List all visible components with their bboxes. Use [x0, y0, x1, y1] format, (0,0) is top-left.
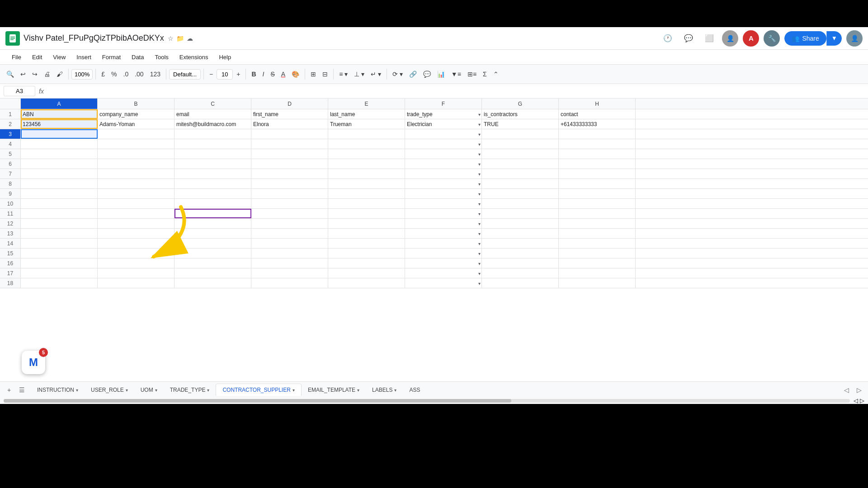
cell-b16[interactable] — [98, 258, 175, 268]
tab-contractor-supplier[interactable]: CONTRACTOR_SUPPLIER ▾ — [216, 384, 301, 396]
cell-d12[interactable] — [251, 219, 328, 228]
cell-b4[interactable] — [98, 139, 175, 149]
cell-h12[interactable] — [559, 219, 636, 228]
cell-f14[interactable]: ▾ — [405, 239, 482, 248]
tab-labels[interactable]: LABELS ▾ — [366, 384, 403, 396]
cell-f17[interactable]: ▾ — [405, 268, 482, 278]
cell-e13[interactable] — [328, 229, 405, 238]
col-header-b[interactable]: B — [98, 99, 175, 109]
cell-h7[interactable] — [559, 169, 636, 178]
cell-h2[interactable]: +61433333333 — [559, 119, 636, 129]
cell-a12[interactable] — [21, 219, 98, 228]
cell-d4[interactable] — [251, 139, 328, 149]
merge-btn[interactable]: ⊟ — [320, 69, 330, 80]
cell-c8[interactable] — [175, 179, 251, 188]
comments-icon[interactable]: 💬 — [680, 30, 697, 47]
cell-h14[interactable] — [559, 239, 636, 248]
cell-f18[interactable]: ▾ — [405, 278, 482, 288]
cell-g13[interactable] — [482, 229, 559, 238]
font-increase-btn[interactable]: + — [234, 69, 243, 80]
cell-b7[interactable] — [98, 169, 175, 178]
folder-icon[interactable]: 📁 — [176, 35, 184, 42]
cell-g12[interactable] — [482, 219, 559, 228]
cell-b3[interactable] — [98, 129, 175, 139]
cell-a7[interactable] — [21, 169, 98, 178]
cell-e1[interactable]: last_name — [328, 109, 405, 119]
cell-e18[interactable] — [328, 278, 405, 288]
cell-d7[interactable] — [251, 169, 328, 178]
cell-b17[interactable] — [98, 268, 175, 278]
cell-c4[interactable] — [175, 139, 251, 149]
sheet-list-btn[interactable]: ☰ — [16, 385, 27, 395]
cell-d17[interactable] — [251, 268, 328, 278]
cell-g15[interactable] — [482, 249, 559, 258]
cell-c18[interactable] — [175, 278, 251, 288]
cell-b13[interactable] — [98, 229, 175, 238]
cell-h15[interactable] — [559, 249, 636, 258]
cell-a18[interactable] — [21, 278, 98, 288]
cell-a15[interactable] — [21, 249, 98, 258]
menu-help[interactable]: Help — [214, 52, 236, 62]
cell-c11[interactable] — [175, 209, 251, 218]
cell-e16[interactable] — [328, 258, 405, 268]
zoom-selector[interactable]: 100% — [71, 69, 93, 80]
cell-f9[interactable]: ▾ — [405, 189, 482, 198]
cell-f4[interactable]: ▾ — [405, 139, 482, 149]
cell-h13[interactable] — [559, 229, 636, 238]
cell-b6[interactable] — [98, 159, 175, 169]
cell-d5[interactable] — [251, 149, 328, 159]
cell-a3[interactable] — [21, 129, 98, 139]
cell-b12[interactable] — [98, 219, 175, 228]
link-btn[interactable]: 🔗 — [406, 69, 420, 80]
italic-btn[interactable]: I — [260, 69, 267, 80]
tab-uom-arrow[interactable]: ▾ — [155, 388, 157, 393]
col-header-a[interactable]: A — [21, 99, 98, 109]
cell-e17[interactable] — [328, 268, 405, 278]
cell-e2[interactable]: Trueman — [328, 119, 405, 129]
cell-d3[interactable] — [251, 129, 328, 139]
cell-g16[interactable] — [482, 258, 559, 268]
cell-f5[interactable]: ▾ — [405, 149, 482, 159]
share-dropdown-arrow[interactable]: ▼ — [826, 31, 842, 46]
valign-btn[interactable]: ⊥ ▾ — [351, 69, 367, 80]
cloud-save-icon[interactable]: ☁ — [187, 35, 193, 42]
cell-c10[interactable] — [175, 199, 251, 208]
cell-c5[interactable] — [175, 149, 251, 159]
menu-data[interactable]: Data — [127, 52, 148, 62]
cell-h17[interactable] — [559, 268, 636, 278]
font-format-dropdown[interactable]: Default... — [169, 69, 201, 80]
cell-a11[interactable] — [21, 209, 98, 218]
undo-btn[interactable]: ↩ — [18, 69, 28, 80]
cell-reference-input[interactable]: A3 — [4, 86, 35, 96]
tab-email-template-arrow[interactable]: ▾ — [357, 388, 359, 393]
print-btn[interactable]: 🖨 — [41, 69, 53, 80]
cell-d10[interactable] — [251, 199, 328, 208]
text-rotate-btn[interactable]: ⟳ ▾ — [390, 69, 406, 80]
paint-format-btn[interactable]: 🖌 — [54, 69, 66, 80]
cell-d16[interactable] — [251, 258, 328, 268]
cell-e9[interactable] — [328, 189, 405, 198]
cell-h11[interactable] — [559, 209, 636, 218]
cell-g1[interactable]: is_contractors — [482, 109, 559, 119]
expand-btn[interactable]: ⌃ — [491, 69, 501, 80]
redo-btn[interactable]: ↪ — [29, 69, 40, 80]
cell-g10[interactable] — [482, 199, 559, 208]
filter2-btn[interactable]: ⊞≡ — [465, 69, 479, 80]
font-decrease-btn[interactable]: − — [207, 69, 216, 80]
cell-h16[interactable] — [559, 258, 636, 268]
formula-input[interactable] — [47, 88, 864, 94]
filter-btn[interactable]: ▼≡ — [448, 69, 464, 80]
cell-h3[interactable] — [559, 129, 636, 139]
cell-g18[interactable] — [482, 278, 559, 288]
cell-b8[interactable] — [98, 179, 175, 188]
borders-btn[interactable]: ⊞ — [308, 69, 319, 80]
cell-e3[interactable] — [328, 129, 405, 139]
sum-btn[interactable]: Σ — [480, 69, 490, 80]
cell-a2[interactable]: 123456 — [21, 119, 98, 129]
tab-labels-arrow[interactable]: ▾ — [394, 388, 396, 393]
notification-badge[interactable]: M 5 — [22, 351, 45, 374]
cell-e11[interactable] — [328, 209, 405, 218]
strikethrough-btn[interactable]: S — [268, 69, 277, 80]
dropdown-arrow-f5[interactable]: ▾ — [478, 151, 481, 156]
dropdown-arrow-f2[interactable]: ▾ — [478, 122, 481, 127]
